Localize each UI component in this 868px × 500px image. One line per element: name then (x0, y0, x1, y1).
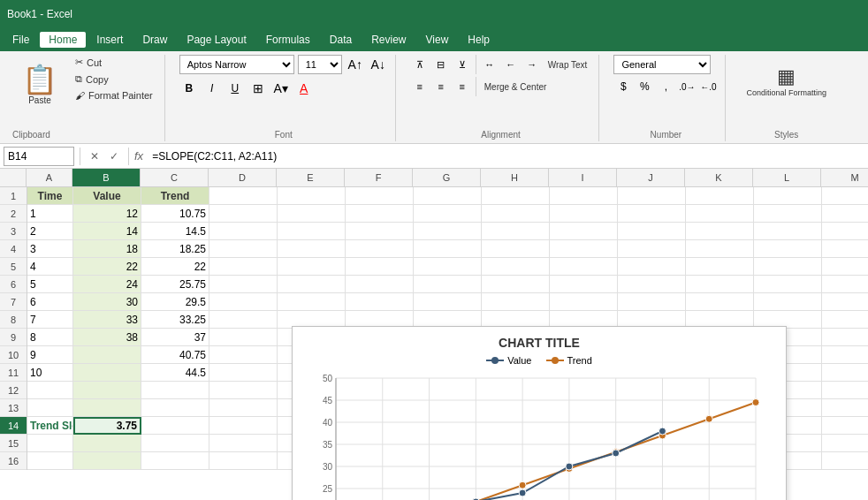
cell-r5-c11[interactable] (754, 258, 822, 276)
cell-r16-c1[interactable] (73, 452, 141, 470)
cell-r11-c2[interactable]: 44.5 (141, 364, 209, 382)
cell-r5-c12[interactable] (822, 258, 868, 276)
conditional-formatting-button[interactable]: ▦ Conditional Formatting (740, 55, 833, 108)
cell-r1-c4[interactable] (278, 187, 346, 205)
cell-r3-c4[interactable] (278, 223, 346, 240)
indent-increase-button[interactable]: → (522, 55, 542, 74)
cell-r4-c1[interactable]: 18 (73, 240, 141, 258)
name-box[interactable] (4, 147, 74, 166)
align-center-button[interactable]: ≡ (431, 77, 451, 96)
cell-r2-c3[interactable] (209, 205, 278, 223)
bold-button[interactable]: B (179, 79, 199, 98)
cell-r5-c2[interactable]: 22 (141, 258, 209, 276)
cell-r4-c8[interactable] (550, 240, 618, 258)
cell-r12-c12[interactable] (822, 382, 868, 399)
cell-r7-c1[interactable]: 30 (73, 293, 141, 311)
row-num-8[interactable]: 8 (0, 311, 27, 329)
cell-r2-c7[interactable] (482, 205, 550, 223)
col-header-I[interactable]: I (549, 169, 617, 186)
cell-r8-c12[interactable] (822, 311, 868, 329)
menu-item-insert[interactable]: Insert (88, 32, 132, 48)
cell-r6-c10[interactable] (686, 276, 754, 293)
cell-r6-c4[interactable] (278, 276, 346, 293)
text-direction-button[interactable]: ↔ (480, 55, 499, 74)
cell-r15-c3[interactable] (209, 435, 278, 452)
cell-r7-c10[interactable] (686, 293, 754, 311)
cancel-formula-button[interactable]: ✕ (86, 148, 103, 165)
row-num-5[interactable]: 5 (0, 258, 27, 276)
cell-r11-c3[interactable] (209, 364, 278, 382)
indent-decrease-button[interactable]: ← (501, 55, 521, 74)
cell-r4-c11[interactable] (754, 240, 822, 258)
row-num-1[interactable]: 1 (0, 187, 27, 205)
cell-r1-c5[interactable] (346, 187, 414, 205)
col-header-C[interactable]: C (141, 169, 209, 186)
cell-r1-c1[interactable]: Value (73, 187, 141, 205)
cell-r11-c0[interactable]: 10 (27, 364, 73, 382)
menu-item-data[interactable]: Data (321, 32, 361, 48)
cell-r10-c12[interactable] (822, 346, 868, 364)
cell-r8-c2[interactable]: 33.25 (141, 311, 209, 329)
cell-r7-c4[interactable] (278, 293, 346, 311)
cell-r6-c5[interactable] (346, 276, 414, 293)
italic-button[interactable]: I (202, 79, 222, 98)
cell-r8-c0[interactable]: 7 (27, 311, 73, 329)
cell-r4-c0[interactable]: 3 (27, 240, 73, 258)
cell-r13-c3[interactable] (209, 399, 278, 417)
cell-r13-c2[interactable] (141, 399, 209, 417)
cell-r6-c11[interactable] (754, 276, 822, 293)
cell-r3-c10[interactable] (686, 223, 754, 240)
underline-button[interactable]: U (225, 79, 245, 98)
row-num-15[interactable]: 15 (0, 435, 27, 452)
cell-r3-c11[interactable] (754, 223, 822, 240)
cell-r8-c1[interactable]: 33 (73, 311, 141, 329)
cell-r10-c2[interactable]: 40.75 (141, 346, 209, 364)
cell-r2-c10[interactable] (686, 205, 754, 223)
cell-r3-c1[interactable]: 14 (73, 223, 141, 240)
cell-r4-c6[interactable] (414, 240, 482, 258)
cell-r16-c3[interactable] (209, 452, 278, 470)
cell-r13-c1[interactable] (73, 399, 141, 417)
cell-r3-c8[interactable] (550, 223, 618, 240)
row-num-14[interactable]: 14 (0, 417, 27, 435)
cell-r7-c0[interactable]: 6 (27, 293, 73, 311)
cell-r4-c7[interactable] (482, 240, 550, 258)
decimal-increase-button[interactable]: .0→ (677, 77, 697, 96)
cell-r7-c6[interactable] (414, 293, 482, 311)
cell-r10-c3[interactable] (209, 346, 278, 364)
cell-r9-c12[interactable] (822, 329, 868, 346)
cell-r16-c0[interactable] (27, 452, 73, 470)
cell-r7-c2[interactable]: 29.5 (141, 293, 209, 311)
cell-r7-c9[interactable] (618, 293, 686, 311)
number-format-select[interactable]: General (613, 55, 711, 74)
cell-r9-c1[interactable]: 38 (73, 329, 141, 346)
cut-button[interactable]: ✂ Cut (71, 55, 157, 70)
cell-r1-c3[interactable] (209, 187, 278, 205)
menu-item-page layout[interactable]: Page Layout (178, 32, 255, 48)
cell-r6-c3[interactable] (209, 276, 278, 293)
cell-r3-c7[interactable] (482, 223, 550, 240)
cell-r15-c2[interactable] (141, 435, 209, 452)
align-bottom-button[interactable]: ⊻ (453, 55, 472, 74)
decrease-font-button[interactable]: A↓ (369, 55, 388, 74)
cell-r7-c7[interactable] (482, 293, 550, 311)
cell-r1-c2[interactable]: Trend (141, 187, 209, 205)
cell-r4-c3[interactable] (209, 240, 278, 258)
cell-r5-c8[interactable] (550, 258, 618, 276)
cell-r2-c12[interactable] (822, 205, 868, 223)
cell-r6-c8[interactable] (550, 276, 618, 293)
cell-r8-c3[interactable] (209, 311, 278, 329)
cell-r3-c5[interactable] (346, 223, 414, 240)
cell-r9-c3[interactable] (209, 329, 278, 346)
cell-r2-c1[interactable]: 12 (73, 205, 141, 223)
cell-r10-c0[interactable]: 9 (27, 346, 73, 364)
confirm-formula-button[interactable]: ✓ (105, 148, 123, 165)
cell-r11-c12[interactable] (822, 364, 868, 382)
cell-r7-c3[interactable] (209, 293, 278, 311)
cell-r12-c2[interactable] (141, 382, 209, 399)
col-header-E[interactable]: E (277, 169, 345, 186)
menu-item-file[interactable]: File (4, 32, 38, 48)
cell-r15-c1[interactable] (73, 435, 141, 452)
row-num-7[interactable]: 7 (0, 293, 27, 311)
cell-r15-c12[interactable] (822, 435, 868, 452)
